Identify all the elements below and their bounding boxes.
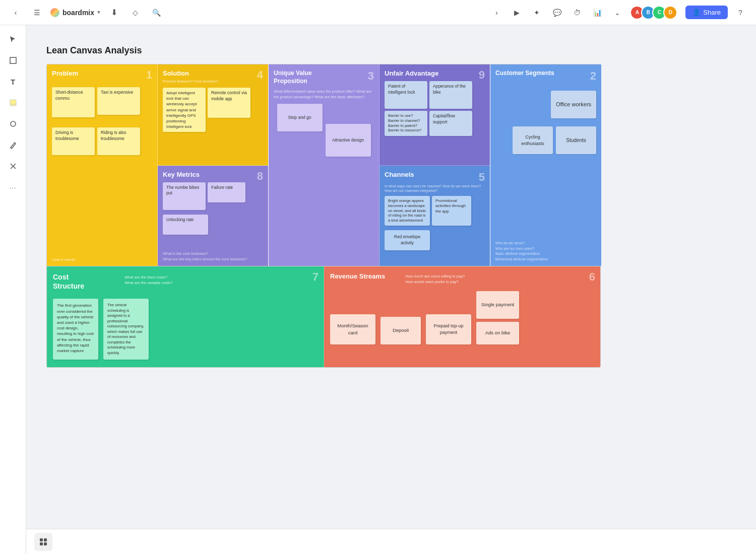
unfair-note-1: Patent of intelligent lock xyxy=(385,81,427,109)
sidebar-sticky-tool[interactable] xyxy=(4,94,22,112)
revenue-note-2: Deposit xyxy=(381,317,421,344)
sidebar-pen-tool[interactable] xyxy=(4,136,22,154)
revenue-note-4: Single payment xyxy=(476,291,519,319)
svg-rect-1 xyxy=(10,100,16,106)
km-note-1: The numbe bikes put xyxy=(163,182,206,210)
star-button[interactable]: ✦ xyxy=(529,5,544,20)
comment-button[interactable]: 💬 xyxy=(549,5,564,20)
cell-cost-structure: CostStructure 7 What are the fixed costs… xyxy=(47,266,324,367)
sidebar-frame-tool[interactable] xyxy=(4,51,22,70)
revenue-note-3: Prepaid top-up payment xyxy=(426,314,471,344)
solution-hint: Product features? Core function? xyxy=(163,79,263,84)
solution-number: 4 xyxy=(257,68,263,82)
channels-number: 5 xyxy=(479,171,485,184)
share-button[interactable]: 👤 Share xyxy=(685,6,728,19)
cost-note-1: The first generation over-considered the… xyxy=(53,299,98,360)
km-number: 8 xyxy=(257,170,263,183)
uvp-note-1: Stop and go xyxy=(277,104,323,131)
cell-revenue-streams: Revenue Streams 6 How much are users wil… xyxy=(324,266,600,367)
bottom-toolbar xyxy=(26,529,756,554)
uvp-number: 3 xyxy=(368,70,374,83)
sidebar-shape-tool[interactable] xyxy=(4,115,22,133)
solution-note-2: Remote control via mobile app xyxy=(208,88,250,118)
channels-note-1: Bright orange appera becomes a landscape… xyxy=(385,196,430,226)
cell-customer-segments: Customer Segments 2 Office workers Cycli… xyxy=(490,64,601,266)
channels-hint: In what ways can users be reached? How d… xyxy=(385,184,485,194)
chart-button[interactable]: 📊 xyxy=(590,5,605,20)
revenue-number: 6 xyxy=(589,270,595,284)
menu-button[interactable]: ☰ xyxy=(29,5,44,20)
more-toolbar-button[interactable]: ⌄ xyxy=(610,5,625,20)
channels-note-2: Promotional activities through the app xyxy=(432,196,471,226)
km-title: Key Metrics xyxy=(163,171,263,178)
solution-note-1: Adopt intelligent lock that can wireless… xyxy=(163,88,206,132)
channels-note-3: Red envelope activity xyxy=(385,230,430,250)
main-canvas: Lean Canvas Analysis Problem 1 Short-dis… xyxy=(26,25,756,554)
cell-uvp: Unique ValueProposition 3 What different… xyxy=(269,64,380,266)
download-button[interactable]: ⬇ xyxy=(106,5,121,20)
unfair-title: Unfair Advantage xyxy=(385,70,485,77)
brand-chevron: ▾ xyxy=(97,9,100,16)
segments-title: Customer Segments xyxy=(495,70,554,78)
problem-number: 1 xyxy=(146,68,152,82)
svg-rect-8 xyxy=(40,542,43,545)
revenue-hint: How much are users willing to pay?How wo… xyxy=(405,273,465,285)
segments-note-office: Office workers xyxy=(551,91,596,118)
km-footer: What is the core business?What are the k… xyxy=(163,251,247,262)
svg-point-3 xyxy=(11,121,16,126)
channels-title: Channels xyxy=(385,171,414,182)
brand-logo xyxy=(50,8,59,17)
cell-key-metrics: Key Metrics 8 The numbe bikes put Failur… xyxy=(158,166,268,266)
left-sidebar: T ··· xyxy=(0,25,26,554)
help-button[interactable]: ? xyxy=(733,5,748,20)
back-button[interactable]: ‹ xyxy=(8,5,23,20)
toolbar-right: › ▶ ✦ 💬 ⏱ 📊 ⌄ A B C D 👤 Share ? xyxy=(489,5,748,20)
grid-icon xyxy=(39,537,48,546)
cost-title: CostStructure xyxy=(53,272,84,291)
svg-rect-9 xyxy=(44,542,47,545)
grid-view-button[interactable] xyxy=(34,533,52,551)
cell-unfair-advantage: Unfair Advantage 9 Patent of intelligent… xyxy=(380,64,490,166)
sidebar-cursor-tool[interactable] xyxy=(4,30,22,48)
toolbar: ‹ ☰ boardmix ▾ ⬇ ◇ 🔍 › ▶ ✦ 💬 ⏱ 📊 ⌄ A B C… xyxy=(0,0,756,25)
cell-channels: Channels 5 In what ways can users be rea… xyxy=(380,166,490,266)
solution-title: Solution xyxy=(163,70,263,77)
brand: boardmix ▾ xyxy=(50,8,100,17)
svg-rect-6 xyxy=(40,538,43,541)
segments-footer: Who do we serve?Who are our core users?B… xyxy=(495,241,548,262)
km-note-3: Unlocking rate xyxy=(163,215,208,235)
sidebar-connector-tool[interactable] xyxy=(4,157,22,175)
toolbar-left: ‹ ☰ boardmix ▾ ⬇ ◇ 🔍 xyxy=(8,5,164,20)
chevron-left-icon[interactable]: › xyxy=(489,5,504,20)
cost-note-2: The vehicle scheduling is assigned to a … xyxy=(103,299,149,360)
cost-hint: What are the fixed costs?What are the va… xyxy=(124,274,172,286)
avatar-group: A B C D xyxy=(630,6,677,20)
problem-note-3: Driving is troublesome xyxy=(52,127,95,155)
uvp-hint: What differentiated value does the produ… xyxy=(274,89,374,100)
svg-rect-7 xyxy=(44,538,47,541)
problem-footer: User's needs xyxy=(52,257,75,262)
text-icon-label: T xyxy=(11,78,15,86)
segments-note-students: Students xyxy=(556,126,596,154)
revenue-note-5: Ads on bike xyxy=(476,322,519,344)
sidebar-text-tool[interactable]: T xyxy=(4,73,22,91)
svg-rect-0 xyxy=(10,57,16,63)
sidebar-more-tools[interactable]: ··· xyxy=(4,178,22,196)
segments-number: 2 xyxy=(590,70,596,83)
share-icon: 👤 xyxy=(692,9,701,16)
problem-note-1: Short-distance commu xyxy=(52,87,95,117)
page-title: Lean Canvas Analysis xyxy=(46,45,736,56)
brand-name: boardmix xyxy=(62,9,94,17)
cell-problem: Problem 1 Short-distance commu Taxi is e… xyxy=(47,64,158,266)
avatar-4: D xyxy=(663,6,677,20)
more-tools-label: ··· xyxy=(10,184,17,191)
tag-button[interactable]: ◇ xyxy=(128,5,143,20)
unfair-note-2: Apperance of the bike xyxy=(429,81,472,109)
timer-button[interactable]: ⏱ xyxy=(570,5,585,20)
cost-number: 7 xyxy=(312,270,319,284)
play-button[interactable]: ▶ xyxy=(509,5,524,20)
problem-note-4: Riding is also troublesome xyxy=(97,127,140,155)
problem-note-2: Taxi is expensive xyxy=(97,87,140,115)
search-button[interactable]: 🔍 xyxy=(149,5,164,20)
unfair-note-3: Barrier to use?Barrier to channel?Barrie… xyxy=(385,111,427,136)
